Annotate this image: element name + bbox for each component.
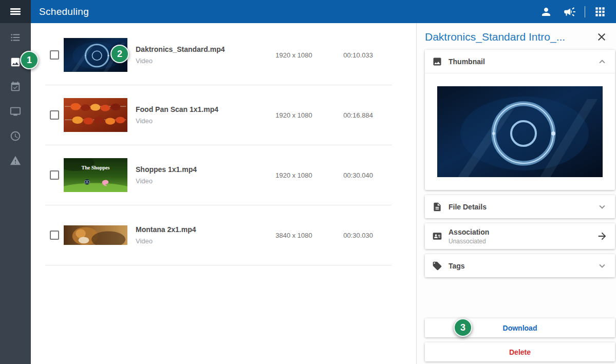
- apps-grid-icon: [593, 5, 607, 18]
- displays-icon: [10, 106, 21, 117]
- hamburger-icon: [10, 7, 21, 16]
- row-checkbox[interactable]: [50, 50, 59, 60]
- file-name: Daktronics_Standard.mp4: [136, 45, 253, 53]
- association-card: Association Unassociated: [425, 223, 615, 249]
- user-icon: [540, 6, 552, 18]
- file-type: Video: [136, 237, 253, 245]
- detail-panel: Daktronics_Standard Intro_... Thumbnail …: [416, 23, 616, 364]
- thumbnail-section-header[interactable]: Thumbnail: [425, 50, 615, 73]
- tag-icon: [432, 261, 442, 271]
- file-duration: 00:30.030: [335, 232, 391, 239]
- file-dimensions: 1920 x 1080: [253, 171, 335, 179]
- top-bar: Scheduling: [0, 0, 616, 23]
- chevron-up-icon: [596, 56, 608, 67]
- sidebar-item-displays[interactable]: [0, 99, 31, 124]
- thumbnail: The Shoppes: [64, 158, 127, 192]
- food-thumbnail-image: [64, 98, 127, 132]
- file-name: Food Pan Scan 1x1.mp4: [136, 105, 253, 113]
- file-name: Shoppes 1x1.mp4: [136, 165, 253, 174]
- user-button[interactable]: [535, 2, 557, 22]
- sidebar-item-schedule[interactable]: [0, 74, 31, 99]
- tags-section-header[interactable]: Tags: [425, 254, 615, 277]
- thumbnail: [64, 98, 127, 132]
- tags-card: Tags: [425, 254, 615, 277]
- topbar-actions: [535, 2, 616, 22]
- chevron-down-icon: [596, 260, 608, 272]
- media-list: Daktronics_Standard.mp4 Video 1920 x 108…: [31, 23, 416, 364]
- media-row[interactable]: Montana 2x1.mp4 Video 3840 x 1080 00:30.…: [45, 205, 391, 265]
- section-label: Thumbnail: [449, 58, 485, 66]
- page-title: Scheduling: [39, 6, 89, 17]
- sidebar: [0, 23, 31, 364]
- detail-thumbnail-image: [437, 86, 603, 177]
- file-duration: 00:10.033: [335, 51, 391, 59]
- association-status: Unassociated: [449, 238, 489, 245]
- shoppes-title-text: The Shoppes: [82, 165, 110, 170]
- section-label: File Details: [449, 203, 487, 211]
- row-checkbox[interactable]: [50, 110, 59, 120]
- file-dimensions: 1920 x 1080: [253, 51, 335, 59]
- sidebar-item-alerts[interactable]: [0, 148, 31, 173]
- close-panel-button[interactable]: [594, 30, 609, 44]
- delete-button[interactable]: Delete: [425, 342, 615, 361]
- detail-panel-title: Daktronics_Standard Intro_...: [425, 31, 594, 43]
- image-icon: [432, 56, 442, 67]
- montana-thumbnail-image: [64, 225, 127, 245]
- file-type: Video: [136, 117, 253, 125]
- media-row[interactable]: The Shoppes Shoppes 1x1.mp4 Video 1920 x…: [45, 145, 391, 205]
- file-details-section-header[interactable]: File Details: [425, 195, 615, 218]
- file-type: Video: [136, 177, 253, 185]
- annotation-step-1: 1: [20, 51, 39, 69]
- annotation-step-2: 2: [110, 45, 129, 63]
- apps-button[interactable]: [589, 2, 611, 22]
- media-library-icon: [10, 56, 21, 68]
- shoppes-thumbnail-image: The Shoppes: [64, 158, 127, 192]
- warning-icon: [10, 155, 21, 166]
- sidebar-item-playlists[interactable]: [0, 25, 31, 50]
- association-card-icon: [432, 231, 442, 241]
- menu-button[interactable]: [0, 0, 31, 23]
- announcements-icon: [563, 5, 576, 18]
- file-dimensions: 1920 x 1080: [253, 111, 335, 119]
- media-row[interactable]: Food Pan Scan 1x1.mp4 Video 1920 x 1080 …: [45, 85, 391, 145]
- section-label: Association: [449, 228, 489, 236]
- file-info-icon: [432, 202, 442, 212]
- file-duration: 00:30.040: [335, 171, 391, 179]
- arrow-right-icon: [596, 231, 608, 242]
- row-checkbox[interactable]: [50, 231, 59, 240]
- sidebar-item-history[interactable]: [0, 124, 31, 148]
- row-checkbox[interactable]: [50, 170, 59, 180]
- chevron-down-icon: [596, 201, 608, 213]
- file-name: Montana 2x1.mp4: [136, 225, 253, 234]
- clock-icon: [10, 130, 21, 142]
- topbar-divider: [585, 6, 585, 17]
- association-section-header[interactable]: Association Unassociated: [425, 223, 615, 249]
- file-duration: 00:16.884: [335, 111, 391, 119]
- close-icon: [595, 31, 608, 43]
- media-row[interactable]: Daktronics_Standard.mp4 Video 1920 x 108…: [45, 25, 391, 85]
- section-label: Tags: [449, 262, 465, 270]
- annotation-step-3: 3: [454, 318, 472, 337]
- playlist-icon: [10, 32, 21, 43]
- announcements-button[interactable]: [559, 2, 581, 22]
- file-details-card: File Details: [425, 195, 615, 218]
- thumbnail: [64, 225, 127, 245]
- file-dimensions: 3840 x 1080: [253, 232, 335, 239]
- file-type: Video: [136, 57, 253, 65]
- thumbnail-card: Thumbnail: [425, 50, 615, 190]
- calendar-check-icon: [10, 81, 21, 92]
